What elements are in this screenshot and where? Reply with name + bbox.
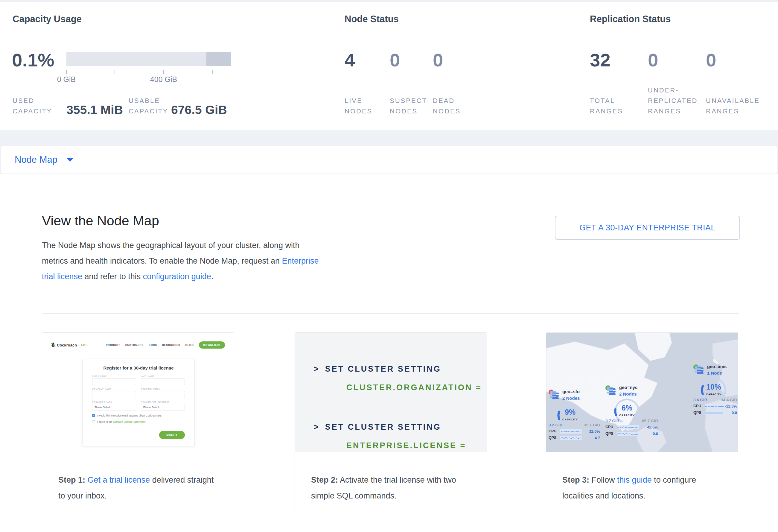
qps-label: QPS <box>549 436 556 440</box>
capacity-total: 34.4 GiB <box>721 398 737 402</box>
checkbox-unchecked-icon <box>92 421 95 424</box>
step3-card: 1 geo=sfo 2 Nodes 9% CAPACITY 3.2 GiB 35… <box>546 332 738 515</box>
cpu-sparkline <box>705 404 727 408</box>
cluster-summary-panel: Capacity Usage 0.1% 0 GiB 400 GiB USED C… <box>0 1 778 131</box>
step1-card: Cockroach LABS PRODUCT CUSTOMERS DOCS RE… <box>42 332 234 515</box>
suspect-nodes-count: 0 <box>390 50 400 70</box>
submit-pill: SUBMIT <box>159 431 185 439</box>
capacity-usage-percent: 0.1% <box>12 50 54 70</box>
locality-node-count: 2 Nodes <box>619 391 636 396</box>
qps-value: 0.0 <box>732 410 737 415</box>
cluster-overview-page: Capacity Usage 0.1% 0 GiB 400 GiB USED C… <box>0 0 778 532</box>
capacity-caption: CAPACITY <box>700 393 727 396</box>
capacity-caption: CAPACITY <box>613 413 641 417</box>
field-label: COMPANY NAME <box>92 388 136 390</box>
this-guide-link[interactable]: this guide <box>617 475 652 484</box>
qps-row: QPS 4.7 <box>549 436 600 441</box>
prompt-icon: > <box>314 423 320 432</box>
cpu-label: CPU <box>605 425 613 429</box>
locality-name: geo=ams <box>707 364 726 369</box>
trial-license-site-thumbnail: Cockroach LABS PRODUCT CUSTOMERS DOCS RE… <box>49 337 227 448</box>
cpu-value: 12.3% <box>726 404 737 408</box>
total-ranges-label: TOTAL RANGES <box>590 95 632 117</box>
agree-text: I agree to the Software License Agreemen… <box>97 421 146 424</box>
capacity-usage-bar <box>66 52 231 66</box>
capacity-usage-bar-tail <box>207 52 231 66</box>
license-agree-row: I agree to the Software License Agreemen… <box>92 421 185 424</box>
used-capacity-value: 355.1 MiB <box>66 103 123 117</box>
cpu-sparkline <box>560 429 582 434</box>
step-number: Step 1: <box>58 475 85 484</box>
cockroach-labs-logo: Cockroach LABS <box>51 342 88 348</box>
intro-paragraph: The Node Map shows the geographical layo… <box>42 238 326 284</box>
sql-command: SET CLUSTER SETTING <box>325 365 441 373</box>
node-map-dropdown[interactable]: Node Map <box>1 146 777 174</box>
prompt-icon: > <box>314 365 320 373</box>
field-label: LAST NAME <box>141 375 185 377</box>
first-name-field <box>92 378 136 385</box>
mini-site-nav: PRODUCT CUSTOMERS DOCS RESOURCES BLOG DO… <box>106 341 225 349</box>
reason-select: Please Select <box>141 404 185 411</box>
qps-label: QPS <box>605 432 613 436</box>
logo-suffix: LABS <box>78 344 88 347</box>
qps-row: QPS 0.0 <box>693 410 737 415</box>
qps-sparkline <box>705 411 727 415</box>
cockroach-icon <box>51 342 55 348</box>
locality-marker-ams: ✓ geo=ams 1 Node 10% CAPACITY 3.6 GiB 34… <box>693 364 737 416</box>
last-name-field <box>141 378 185 385</box>
axis-tick <box>66 70 67 74</box>
qps-value: 4.7 <box>595 436 600 440</box>
sql-arg-license: ENTERPRISE.LICENSE = <box>346 441 466 450</box>
get-trial-license-link[interactable]: Get a trial license <box>88 475 150 484</box>
capacity-percent: 6% <box>613 404 641 412</box>
live-nodes-label: LIVE NODES <box>344 95 383 117</box>
nav-item: DOCS <box>149 344 157 347</box>
configuration-guide-link[interactable]: configuration guide <box>143 272 211 281</box>
node-map-preview: 1 geo=sfo 2 Nodes 9% CAPACITY 3.2 GiB 35… <box>546 333 738 452</box>
used-capacity-label: USED CAPACITY <box>13 95 65 117</box>
capacity-usage-title: Capacity Usage <box>13 14 82 24</box>
axis-tick <box>114 70 115 74</box>
capacity-used: 3.6 GiB <box>693 398 707 402</box>
optin-text: I would like to receive email updates ab… <box>97 414 162 417</box>
trial-registration-form: Register for a 30-day trial license FIRS… <box>82 359 195 446</box>
node-map-dropdown-label: Node Map <box>15 154 58 165</box>
mini-site-header: Cockroach LABS PRODUCT CUSTOMERS DOCS RE… <box>51 340 225 350</box>
page-title: View the Node Map <box>42 213 159 229</box>
sql-arg-organization: CLUSTER.ORGANIZATION = <box>346 383 482 392</box>
locality-name: geo=nyc <box>619 385 637 390</box>
intro-text: . <box>211 272 214 281</box>
capacity-percent: 9% <box>556 408 584 416</box>
caption-text <box>85 475 88 484</box>
axis-tick <box>163 70 164 74</box>
qps-row: QPS 0.0 <box>605 432 658 436</box>
step2-caption: Step 2: Activate the trial license with … <box>295 452 487 515</box>
capacity-used: 3.2 GiB <box>549 423 563 427</box>
get-enterprise-trial-button[interactable]: GET A 30-DAY ENTERPRISE TRIAL <box>555 216 740 240</box>
caption-text: Follow <box>589 475 617 484</box>
unavailable-count: 0 <box>706 50 716 70</box>
cpu-row: CPU 11.0% <box>549 429 600 434</box>
capacity-used: 3.7 GiB <box>605 419 619 423</box>
logo-wordmark: Cockroach <box>57 343 77 348</box>
intro-text: The Node Map shows the geographical layo… <box>42 241 300 265</box>
suspect-nodes-label: SUSPECT NODES <box>390 95 432 117</box>
nav-item: RESOURCES <box>162 344 180 347</box>
cpu-label: CPU <box>549 429 556 433</box>
software-license-link: Software License Agreement <box>113 421 145 424</box>
capacity-total: 65.7 GiB <box>642 419 658 423</box>
nav-item: BLOG <box>185 344 194 347</box>
usable-capacity-value: 676.5 GiB <box>171 103 227 117</box>
under-replicated-count: 0 <box>648 50 658 70</box>
axis-label-zero: 0 GiB <box>46 75 87 84</box>
axis-label-400: 400 GiB <box>143 75 184 84</box>
form-title: Register for a 30-day trial license <box>92 365 185 370</box>
company-name-field <box>92 391 136 398</box>
step-number: Step 3: <box>562 475 589 484</box>
dead-nodes-count: 0 <box>433 50 443 70</box>
cpu-value: 11.0% <box>589 429 600 434</box>
locality-marker-nyc: ✓ geo=nyc 2 Nodes 6% CAPACITY 3.7 GiB 65… <box>605 385 658 438</box>
capacity-total: 35.1 GiB <box>584 423 600 427</box>
sql-command-line: >SET CLUSTER SETTING <box>314 423 441 432</box>
sql-command-line: >SET CLUSTER SETTING <box>314 365 441 374</box>
